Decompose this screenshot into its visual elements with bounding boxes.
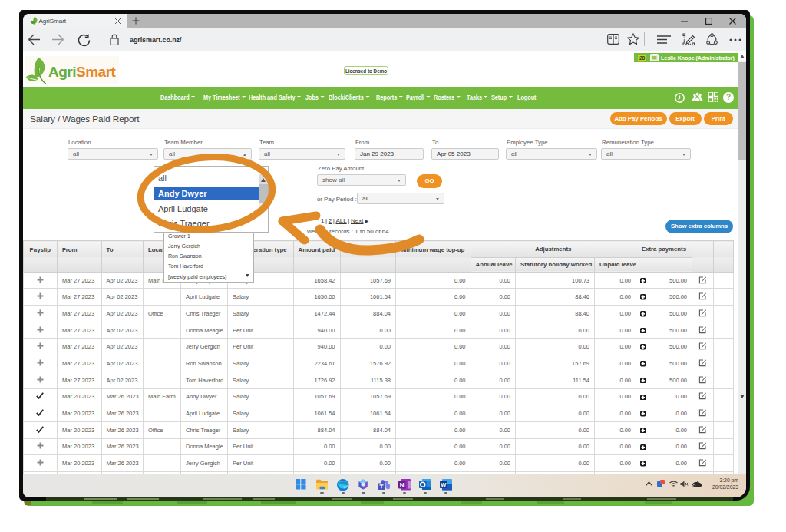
svg-text:W: W (441, 481, 447, 488)
svg-text:N: N (399, 481, 404, 488)
